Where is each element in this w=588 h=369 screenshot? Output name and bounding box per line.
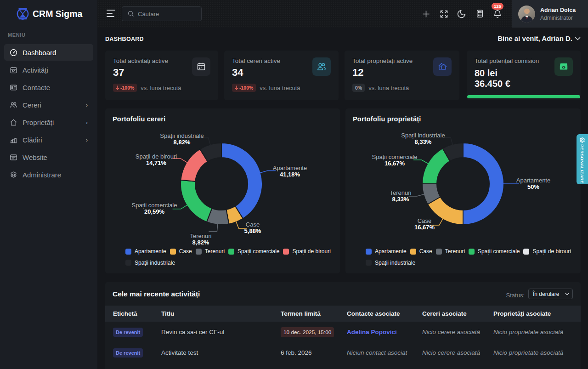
svg-text:PERSONALIZARE: PERSONALIZARE	[580, 144, 585, 184]
